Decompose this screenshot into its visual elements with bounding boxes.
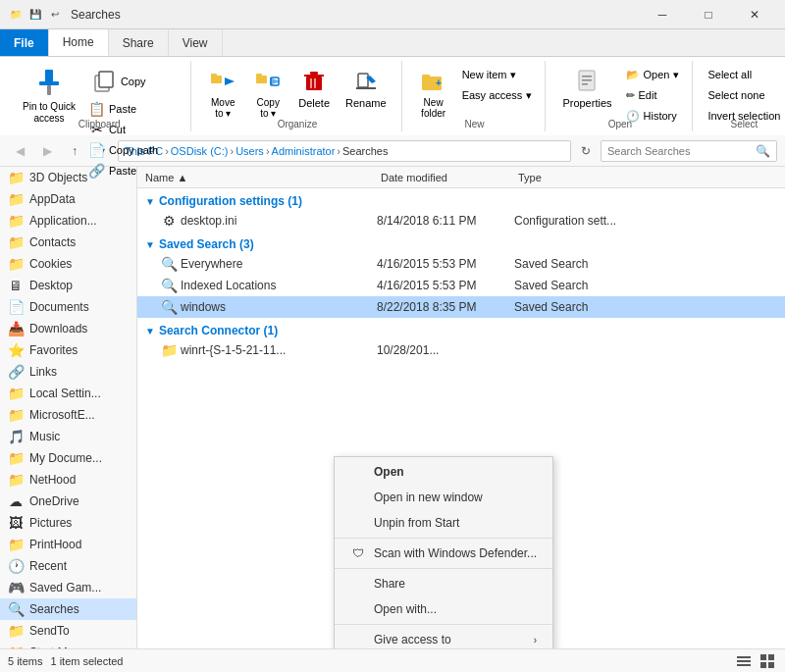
- ctx-give-access[interactable]: Give access to ›: [335, 627, 552, 648]
- close-button[interactable]: ✕: [732, 0, 777, 29]
- favorites-icon: ⭐: [8, 342, 24, 358]
- view-tiles-button[interactable]: [758, 651, 777, 671]
- sidebar-item-music[interactable]: 🎵 Music: [0, 426, 136, 447]
- file-row-windows[interactable]: 🔍 windows 8/22/2018 8:35 PM Saved Search: [137, 296, 785, 318]
- new-item-button[interactable]: New item ▾: [457, 65, 538, 84]
- sidebar-item-onedrive[interactable]: ☁ OneDrive: [0, 491, 136, 512]
- move-to-button[interactable]: Moveto ▾: [201, 65, 244, 122]
- copy-button[interactable]: Copy: [84, 65, 183, 98]
- search-input[interactable]: [607, 145, 752, 157]
- folder-icon: 📁: [8, 623, 24, 639]
- svg-rect-21: [422, 75, 430, 78]
- sidebar-item-documents[interactable]: 📄 Documents: [0, 296, 136, 318]
- sidebar-item-downloads[interactable]: 📥 Downloads: [0, 318, 136, 339]
- search-file-icon: 🔍: [161, 278, 177, 293]
- search-box[interactable]: 🔍: [601, 140, 777, 162]
- sidebar-item-appdata[interactable]: 📁 AppData: [0, 188, 136, 210]
- tab-home[interactable]: Home: [49, 29, 109, 56]
- sidebar-item-printhood[interactable]: 📁 PrintHood: [0, 534, 136, 555]
- ctx-share[interactable]: Share: [335, 571, 552, 596]
- file-row-indexed[interactable]: 🔍 Indexed Locations 4/16/2015 5:53 PM Sa…: [137, 275, 785, 296]
- sidebar-item-pictures[interactable]: 🖼 Pictures: [0, 512, 136, 534]
- group-chevron-connector[interactable]: ▼: [145, 326, 155, 336]
- sidebar-item-links[interactable]: 🔗 Links: [0, 361, 136, 383]
- path-users[interactable]: Users: [236, 145, 264, 157]
- path-current: Searches: [342, 145, 388, 157]
- sidebar-item-favorites[interactable]: ⭐ Favorites: [0, 339, 136, 361]
- delete-label: Delete: [298, 97, 330, 109]
- minimize-button[interactable]: ─: [640, 0, 685, 29]
- copy-to-button[interactable]: Copyto ▾: [246, 65, 289, 122]
- col-name[interactable]: Name ▲: [141, 172, 377, 183]
- new-label: New: [404, 119, 546, 129]
- copy-icon: [89, 68, 117, 95]
- paste-button[interactable]: 📋 Paste: [84, 99, 183, 119]
- sidebar-item-searches[interactable]: 🔍 Searches: [0, 598, 136, 620]
- sidebar-item-savedgames[interactable]: 🎮 Saved Gam...: [0, 577, 136, 598]
- sidebar-item-microsoft[interactable]: 📁 MicrosoftE...: [0, 404, 136, 426]
- copy-to-label: Copyto ▾: [257, 97, 280, 119]
- sidebar-item-nethood[interactable]: 📁 NetHood: [0, 469, 136, 491]
- rename-label: Rename: [345, 97, 387, 109]
- group-chevron-saved[interactable]: ▼: [145, 239, 155, 250]
- select-all-button[interactable]: Select all: [703, 65, 785, 84]
- file-row-desktopini[interactable]: ⚙ desktop.ini 8/14/2018 6:11 PM Configur…: [137, 210, 785, 232]
- ctx-unpin[interactable]: Unpin from Start: [335, 510, 552, 536]
- open-button[interactable]: 📂 Open ▾: [621, 65, 685, 84]
- ctx-access-arrow: ›: [534, 635, 537, 646]
- col-date-modified[interactable]: Date modified: [377, 172, 514, 183]
- folder-icon: 📁: [8, 234, 24, 250]
- tab-file[interactable]: File: [0, 29, 49, 56]
- delete-button[interactable]: Delete: [291, 65, 337, 112]
- group-search-connector: ▼ Search Connector (1): [137, 318, 785, 339]
- tab-view[interactable]: View: [169, 29, 223, 56]
- properties-button[interactable]: Properties: [555, 65, 618, 112]
- svg-rect-33: [768, 662, 774, 668]
- path-administrator[interactable]: Administrator: [272, 145, 336, 157]
- maximize-button[interactable]: □: [686, 0, 731, 29]
- undo-icon-title: ↩: [47, 7, 63, 23]
- sidebar-item-localsettings[interactable]: 📁 Local Settin...: [0, 383, 136, 404]
- sidebar-item-contacts[interactable]: 📁 Contacts: [0, 232, 136, 253]
- sidebar-item-application[interactable]: 📁 Application...: [0, 210, 136, 232]
- new-item-arrow: ▾: [510, 69, 516, 81]
- file-row-winrt[interactable]: 📁 winrt-{S-1-5-21-11... 10/28/201...: [137, 339, 785, 361]
- copy-path-button[interactable]: 📄 Copy path: [84, 140, 183, 160]
- ctx-open-with[interactable]: Open with...: [335, 596, 552, 622]
- svg-rect-28: [737, 660, 751, 662]
- copy-to-icon: [254, 68, 282, 95]
- address-path[interactable]: This PC › OSDisk (C:) › Users › Administ…: [118, 140, 571, 162]
- file-date-everywhere: 4/16/2015 5:53 PM: [373, 257, 510, 271]
- paste-label: Paste: [109, 103, 136, 115]
- ctx-open-new-window[interactable]: Open in new window: [335, 485, 552, 510]
- select-none-button[interactable]: Select none: [703, 85, 785, 105]
- view-details-button[interactable]: [734, 651, 754, 671]
- refresh-button[interactable]: ↻: [575, 140, 597, 162]
- rename-button[interactable]: Rename: [339, 65, 393, 112]
- item-count: 5 items: [8, 655, 42, 667]
- new-folder-button[interactable]: + Newfolder: [412, 65, 455, 122]
- ctx-open[interactable]: Open: [335, 459, 552, 485]
- ctx-scan[interactable]: 🛡Scan with Windows Defender...: [335, 541, 552, 566]
- sidebar-item-mydocuments[interactable]: 📁 My Docume...: [0, 447, 136, 469]
- svg-rect-16: [314, 78, 316, 88]
- sidebar: 📁 3D Objects 📁 AppData 📁 Application... …: [0, 167, 137, 648]
- downloads-icon: 📥: [8, 321, 24, 336]
- edit-button[interactable]: ✏ Edit: [621, 85, 685, 105]
- file-name-desktopini: desktop.ini: [181, 214, 236, 228]
- col-type[interactable]: Type: [514, 172, 671, 183]
- sidebar-item-desktop[interactable]: 🖥 Desktop: [0, 275, 136, 296]
- file-list[interactable]: Name ▲ Date modified Type ▼ Configuratio…: [137, 167, 785, 648]
- ribbon-group-new: + Newfolder New item ▾ Easy access ▾ New: [404, 61, 547, 131]
- group-chevron-config[interactable]: ▼: [145, 196, 155, 207]
- easy-access-button[interactable]: Easy access ▾: [457, 85, 538, 105]
- ctx-sep-2: [335, 568, 552, 569]
- sidebar-item-recent[interactable]: 🕐 Recent: [0, 555, 136, 577]
- tab-share[interactable]: Share: [109, 29, 169, 56]
- sidebar-item-startmenu[interactable]: 📁 Start Menu: [0, 642, 136, 648]
- folder-icon: 📁: [8, 191, 24, 207]
- sidebar-item-sendto[interactable]: 📁 SendTo: [0, 620, 136, 642]
- sidebar-item-cookies[interactable]: 📁 Cookies: [0, 253, 136, 275]
- folder-icon: 📁: [8, 213, 24, 229]
- file-row-everywhere[interactable]: 🔍 Everywhere 4/16/2015 5:53 PM Saved Sea…: [137, 253, 785, 275]
